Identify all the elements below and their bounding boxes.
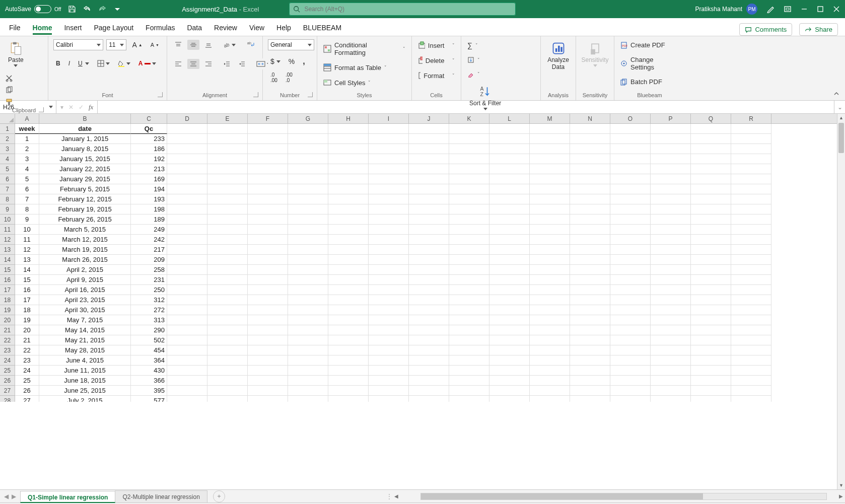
cell-I27[interactable] [369, 386, 409, 396]
cell-Q27[interactable] [691, 386, 731, 396]
cell-L8[interactable] [489, 194, 530, 204]
cell-G28[interactable] [288, 396, 328, 402]
cell-I16[interactable] [369, 275, 409, 285]
row-header[interactable]: 2 [0, 134, 15, 144]
cell-K13[interactable] [449, 245, 489, 255]
cell-C15[interactable]: 258 [131, 265, 167, 275]
cell-C9[interactable]: 198 [131, 204, 167, 214]
decrease-indent-icon[interactable] [221, 59, 233, 69]
cell-K8[interactable] [449, 194, 489, 204]
cell-Q8[interactable] [691, 194, 731, 204]
cell-G17[interactable] [288, 285, 328, 295]
maximize-icon[interactable] [817, 6, 824, 13]
fill-color-button[interactable] [115, 58, 133, 68]
cell-M18[interactable] [530, 295, 570, 305]
conditional-formatting-button[interactable]: Conditional Formatting ˅ [322, 40, 406, 57]
cell-L24[interactable] [489, 355, 530, 366]
cell-Q12[interactable] [691, 235, 731, 245]
tab-data[interactable]: Data [187, 20, 202, 35]
cell-M10[interactable] [530, 214, 570, 225]
qat-dropdown-icon[interactable] [113, 5, 121, 13]
cell-N10[interactable] [570, 214, 610, 225]
cell-P3[interactable] [651, 144, 691, 154]
cell-Q18[interactable] [691, 295, 731, 305]
decrease-decimal-icon[interactable]: .00.0 [283, 70, 295, 85]
cell-L3[interactable] [489, 144, 530, 154]
column-header-I[interactable]: I [369, 114, 409, 123]
row-header[interactable]: 22 [0, 335, 15, 345]
cell-J5[interactable] [409, 164, 449, 174]
cell-H21[interactable] [328, 325, 369, 335]
horizontal-scrollbar[interactable] [420, 493, 827, 500]
ribbon-mode-icon[interactable] [784, 5, 792, 13]
row-header[interactable]: 19 [0, 305, 15, 315]
cell-H9[interactable] [328, 204, 369, 214]
cell-B9[interactable]: February 19, 2015 [39, 204, 131, 214]
cell-B8[interactable]: February 12, 2015 [39, 194, 131, 204]
cell-R21[interactable] [731, 325, 771, 335]
cell-G25[interactable] [288, 366, 328, 376]
cell-B28[interactable]: July 2, 2015 [39, 396, 131, 402]
cell-K21[interactable] [449, 325, 489, 335]
cell-A2[interactable]: 1 [15, 134, 39, 144]
change-settings-button[interactable]: Change Settings [619, 55, 680, 72]
cell-K12[interactable] [449, 235, 489, 245]
cell-I10[interactable] [369, 214, 409, 225]
cell-O6[interactable] [610, 174, 651, 184]
cell-O10[interactable] [610, 214, 651, 225]
row-header[interactable]: 25 [0, 366, 15, 376]
hscroll-left-icon[interactable]: ◀ [392, 493, 400, 499]
row-header[interactable]: 7 [0, 184, 15, 194]
cell-A23[interactable]: 22 [15, 345, 39, 355]
row-header[interactable]: 15 [0, 265, 15, 275]
cell-A17[interactable]: 16 [15, 285, 39, 295]
cell-I14[interactable] [369, 255, 409, 265]
cell-N11[interactable] [570, 225, 610, 235]
cell-R18[interactable] [731, 295, 771, 305]
cell-C6[interactable]: 169 [131, 174, 167, 184]
cell-A4[interactable]: 3 [15, 154, 39, 164]
cell-K11[interactable] [449, 225, 489, 235]
cell-J28[interactable] [409, 396, 449, 402]
cell-J1[interactable] [409, 124, 449, 134]
cell-I22[interactable] [369, 335, 409, 345]
cell-L11[interactable] [489, 225, 530, 235]
cell-Q2[interactable] [691, 134, 731, 144]
cell-H8[interactable] [328, 194, 369, 204]
cell-J21[interactable] [409, 325, 449, 335]
cell-J18[interactable] [409, 295, 449, 305]
cell-P11[interactable] [651, 225, 691, 235]
cell-D2[interactable] [167, 134, 207, 144]
cell-I21[interactable] [369, 325, 409, 335]
format-as-table-button[interactable]: Format as Table ˅ [322, 62, 406, 73]
cell-P25[interactable] [651, 366, 691, 376]
cell-Q16[interactable] [691, 275, 731, 285]
cell-G6[interactable] [288, 174, 328, 184]
cell-C14[interactable]: 209 [131, 255, 167, 265]
cell-R13[interactable] [731, 245, 771, 255]
cell-J10[interactable] [409, 214, 449, 225]
cell-L21[interactable] [489, 325, 530, 335]
cell-C7[interactable]: 194 [131, 184, 167, 194]
cell-A8[interactable]: 7 [15, 194, 39, 204]
cell-D19[interactable] [167, 305, 207, 315]
cell-O28[interactable] [610, 396, 651, 402]
align-bottom-icon[interactable] [202, 40, 215, 50]
font-color-button[interactable]: A [136, 58, 159, 68]
column-header-J[interactable]: J [409, 114, 449, 123]
cell-H23[interactable] [328, 345, 369, 355]
cell-K3[interactable] [449, 144, 489, 154]
cell-I13[interactable] [369, 245, 409, 255]
cut-icon[interactable] [5, 74, 13, 82]
sheet-tab-q1[interactable]: Q1-Simple linear regression [20, 491, 115, 503]
cell-Q9[interactable] [691, 204, 731, 214]
cell-C2[interactable]: 233 [131, 134, 167, 144]
cell-A22[interactable]: 21 [15, 335, 39, 345]
row-header[interactable]: 10 [0, 214, 15, 225]
cell-N3[interactable] [570, 144, 610, 154]
cell-P23[interactable] [651, 345, 691, 355]
cell-N15[interactable] [570, 265, 610, 275]
cell-A9[interactable]: 8 [15, 204, 39, 214]
cell-Q11[interactable] [691, 225, 731, 235]
cell-E13[interactable] [207, 245, 248, 255]
